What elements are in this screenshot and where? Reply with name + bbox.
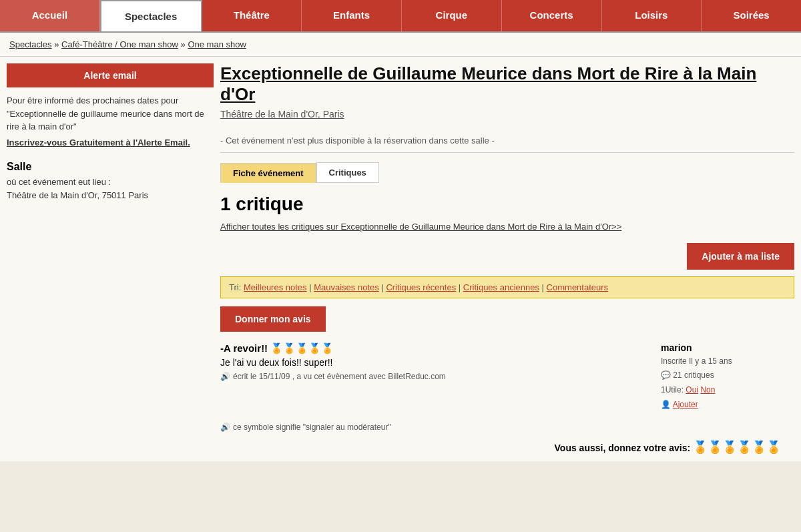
review-area: -A revoir!! 🏅🏅🏅🏅🏅 Je l'ai vu deux fois!!…	[220, 342, 794, 412]
reviewer-name: marion	[661, 342, 794, 353]
ajouter-link[interactable]: Ajouter	[673, 400, 698, 409]
review-title: -A revoir!! 🏅🏅🏅🏅🏅	[220, 342, 647, 354]
breadcrumb-spectacles[interactable]: Spectacles	[9, 39, 52, 49]
user-icon: 👤	[661, 400, 671, 409]
tab-critiques[interactable]: Critiques	[316, 162, 379, 183]
sidebar: Alerte email Pour être informé des proch…	[7, 63, 214, 455]
main-content: Exceptionnelle de Guillaume Meurice dans…	[220, 63, 794, 455]
alert-description: Pour être informé des prochaines dates p…	[7, 94, 214, 134]
signup-link[interactable]: Inscrivez-vous Gratuitement à l'Alerte E…	[7, 138, 214, 148]
event-title: Exceptionnelle de Guillaume Meurice dans…	[220, 63, 794, 105]
vote-label: Vous aussi, donnez votre avis:	[555, 443, 691, 453]
venue-link[interactable]: Théâtre de la Main d'Or, Paris	[220, 109, 794, 119]
tri-label: Tri:	[229, 282, 241, 292]
nav-soirees[interactable]: Soirées	[702, 0, 801, 31]
review-meta-text: écrit le 15/11/09 , a vu cet évènement a…	[233, 372, 446, 381]
nav-cirque[interactable]: Cirque	[402, 0, 502, 31]
breadcrumb-cafe-theatre[interactable]: Café-Théâtre / One man show	[61, 39, 178, 49]
tri-commentateurs[interactable]: Commentateurs	[547, 282, 608, 292]
tri-anciennes[interactable]: Critiques anciennes	[463, 282, 539, 292]
nav-concerts[interactable]: Concerts	[502, 0, 602, 31]
signal-icon[interactable]: 🔊	[220, 372, 230, 381]
salle-title: Salle	[7, 161, 214, 173]
not-available-notice: - Cet événement n'est plus disponible à …	[220, 129, 794, 153]
salle-venue: Théâtre de la Main d'Or, 75011 Paris	[7, 189, 214, 203]
breadcrumb-one-man-show[interactable]: One man show	[188, 39, 246, 49]
footer-signal-icon: 🔊	[220, 423, 230, 432]
add-to-list-button[interactable]: Ajouter à ma liste	[687, 243, 794, 270]
tri-meilleures[interactable]: Meilleures notes	[244, 282, 307, 292]
navigation: Accueil Spectacles Théâtre Enfants Cirqu…	[0, 0, 801, 33]
reviewer-utile: 1Utile: Oui Non	[661, 383, 794, 398]
utile-oui[interactable]: Oui	[686, 385, 698, 394]
salle-description: où cet événement eut lieu :	[7, 176, 214, 190]
nav-loisirs[interactable]: Loisirs	[602, 0, 702, 31]
nav-accueil[interactable]: Accueil	[0, 0, 100, 31]
salle-section: Salle où cet événement eut lieu : Théâtr…	[7, 161, 214, 204]
review-meta: 🔊 écrit le 15/11/09 , a vu cet évènement…	[220, 372, 647, 381]
chat-icon: 💬	[661, 370, 671, 380]
reviewer-ajouter: 👤 Ajouter	[661, 398, 794, 413]
footer-note: 🔊 ce symbole signifie "signaler au modér…	[220, 423, 794, 432]
breadcrumb: Spectacles » Café-Théâtre / One man show…	[0, 33, 801, 57]
footer-note-text: ce symbole signifie "signaler au modérat…	[233, 423, 391, 432]
reviewer-inscrit: Inscrite Il y a 15 ans	[661, 354, 794, 369]
tri-bar: Tri: Meilleures notes | Mauvaises notes …	[220, 276, 794, 298]
utile-non[interactable]: Non	[700, 385, 715, 394]
review-left: -A revoir!! 🏅🏅🏅🏅🏅 Je l'ai vu deux fois!!…	[220, 342, 647, 412]
critique-count: 1 critique	[220, 194, 794, 215]
main-layout: Alerte email Pour être informé des proch…	[0, 57, 801, 461]
alert-email-button[interactable]: Alerte email	[7, 63, 214, 87]
reviewer-critiques: 💬 21 critiques	[661, 368, 794, 383]
nav-theatre[interactable]: Théâtre	[202, 0, 302, 31]
review-body: Je l'ai vu deux fois!! super!!	[220, 357, 647, 368]
tri-mauvaises[interactable]: Mauvaises notes	[314, 282, 379, 292]
event-tabs: Fiche événement Critiques	[220, 162, 794, 183]
nav-spectacles[interactable]: Spectacles	[100, 0, 202, 31]
nav-enfants[interactable]: Enfants	[302, 0, 402, 31]
review-right: marion Inscrite Il y a 15 ans 💬 21 criti…	[661, 342, 794, 412]
tri-recentes[interactable]: Critiques récentes	[386, 282, 456, 292]
tab-fiche-evenement[interactable]: Fiche événement	[220, 163, 316, 183]
donner-avis-button[interactable]: Donner mon avis	[220, 306, 326, 332]
vote-area: Vous aussi, donnez votre avis: 🏅🏅🏅🏅🏅🏅	[220, 440, 794, 455]
vote-stars[interactable]: 🏅🏅🏅🏅🏅🏅	[693, 441, 781, 454]
all-critiques-link[interactable]: Afficher toutes les critiques sur Except…	[220, 220, 794, 234]
